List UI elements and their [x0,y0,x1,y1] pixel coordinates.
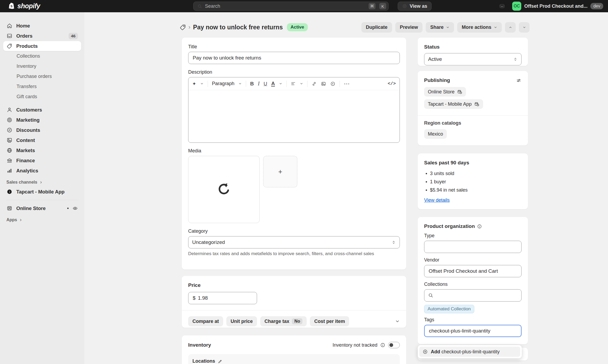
share-button[interactable]: Share [426,22,454,32]
track-inventory-toggle[interactable] [388,342,400,348]
suggested-tag: checkout-plus-limit-quantity [441,349,500,354]
sidebar-label: Markets [16,148,35,153]
vendor-input[interactable] [424,265,522,277]
region-mexico-pill[interactable]: Mexico [424,129,447,139]
view-details-link[interactable]: View details [424,197,450,203]
apps-label: Apps [6,217,17,222]
manage-publishing-icon[interactable] [516,78,522,83]
price-input[interactable] [198,295,252,301]
online-store-icon [6,205,13,211]
home-icon [6,23,13,29]
duplicate-button[interactable]: Duplicate [361,22,392,32]
type-input[interactable] [424,241,522,253]
title-input[interactable] [188,52,400,64]
sidebar-label: Customers [16,107,42,113]
price-card: Price $ Compare at Unit price Charge tax… [182,276,406,328]
expand-price-options-button[interactable] [395,319,400,324]
sales-channels-section[interactable]: Sales channels [3,180,81,185]
preview-button[interactable]: Preview [395,22,423,32]
more-actions-button[interactable]: More actions [457,22,502,32]
media-thumbnail[interactable] [188,156,260,223]
status-heading: Status [424,44,522,50]
sidebar-item-customers[interactable]: Customers [3,105,81,115]
sidekick-assistant-icon[interactable] [499,3,505,9]
sidebar-sublabel: Inventory [17,64,36,69]
status-select[interactable]: Active [424,53,522,65]
unit-price-pill[interactable]: Unit price [226,316,257,326]
sidebar-item-orders[interactable]: Orders 46 [3,31,81,41]
sidebar-label: Online Store [16,205,46,211]
sidebar-item-discounts[interactable]: Discounts [3,125,81,135]
next-product-button[interactable] [519,22,530,32]
sidebar-sublabel: Transfers [17,84,37,89]
shopify-bag-icon: S [8,2,15,10]
sidebar-item-content[interactable]: Content [3,135,81,145]
sidebar-item-home[interactable]: Home [3,21,81,31]
sales-buyers: 1 buyer [424,178,522,186]
sidebar-label: Content [16,137,35,143]
locations-box[interactable]: Locations [188,354,400,364]
channel-tapcart[interactable]: Tapcart - Mobile App [424,99,483,109]
shopify-admin: { "topbar": { "logo_text": "shopify", "s… [0,0,608,364]
sidebar-label: Tapcart - Mobile App [16,189,65,195]
sidebar-item-analytics[interactable]: Analytics [3,166,81,176]
sidebar-item-inventory[interactable]: Inventory [3,61,81,71]
sidebar-item-online-store[interactable]: Online Store [3,203,81,213]
sidebar-sublabel: Collections [17,53,40,59]
breadcrumb-tag-icon[interactable] [179,24,186,31]
compare-at-pill[interactable]: Compare at [188,316,223,326]
more-formatting-button[interactable]: ⋯ [344,80,350,87]
status-badge: Active [287,23,307,31]
insert-image-button[interactable] [321,81,326,86]
sidebar-item-purchase-orders[interactable]: Purchase orders [3,72,81,81]
breadcrumb-chevron: › [188,24,190,31]
preview-eye-icon[interactable] [72,205,78,211]
ai-sparkle-button[interactable]: ✦ [192,81,204,87]
sidebar-item-collections[interactable]: Collections [3,51,81,61]
alignment-button[interactable] [291,81,303,86]
collections-search-input[interactable] [424,289,522,302]
paragraph-style-select[interactable]: Paragraph [212,81,242,86]
sidebar-item-products[interactable]: Products [3,41,81,51]
italic-button[interactable]: I [258,81,260,87]
title-label: Title [188,44,400,50]
category-select[interactable]: Uncategorized [188,236,400,248]
show-html-button[interactable]: </> [388,81,396,86]
charge-tax-pill[interactable]: Charge taxNo [260,316,307,326]
sidebar-item-markets[interactable]: Markets [3,145,81,155]
insert-video-button[interactable] [330,81,335,86]
global-search[interactable]: Search ⌘ K [193,2,389,11]
sidebar-item-tapcart[interactable]: Tapcart - Mobile App [3,187,81,197]
env-badge: dev [590,3,603,9]
add-media-button[interactable]: + [263,156,297,187]
sidebar-divider [6,200,78,200]
view-as-button[interactable]: View as [398,2,432,11]
previous-product-button[interactable] [505,22,516,32]
sidebar-item-marketing[interactable]: Marketing [3,115,81,125]
sidebar-item-gift-cards[interactable]: Gift cards [3,92,81,102]
sidebar-label: Marketing [16,117,40,123]
sidebar-item-transfers[interactable]: Transfers [3,82,81,92]
apps-section[interactable]: Apps [3,217,81,222]
automated-collection-tag[interactable]: Automated Collection [424,305,474,313]
cost-per-item-pill[interactable]: Cost per item [310,316,349,326]
inventory-tracked-label: Inventory not tracked [333,342,377,348]
sidebar-item-finance[interactable]: Finance [3,156,81,165]
page-header: › Pay now to unlock free returns Active … [179,21,530,33]
page-title: Pay now to unlock free returns [193,24,283,31]
calendar-clock-icon [457,89,462,94]
channel-online-store[interactable]: Online Store [424,87,466,97]
tags-input[interactable] [424,325,522,337]
underline-button[interactable]: U [264,81,267,87]
price-heading: Price [188,282,400,288]
description-textarea[interactable] [188,90,400,143]
sales-units-sold: 3 units sold [424,169,522,178]
product-details-card: Title Description ✦ Paragraph B I U A ⋯ [182,38,406,270]
text-color-button[interactable]: A [271,81,282,86]
add-tag-option[interactable]: Add checkout-plus-limit-quantity [419,347,520,357]
edit-pencil-icon [218,359,223,364]
insert-link-button[interactable] [311,81,317,86]
account-menu[interactable]: OC Offset Prod Checkout and... dev [512,2,603,11]
shopify-logo[interactable]: S shopify [8,2,40,10]
bold-button[interactable]: B [250,81,254,87]
